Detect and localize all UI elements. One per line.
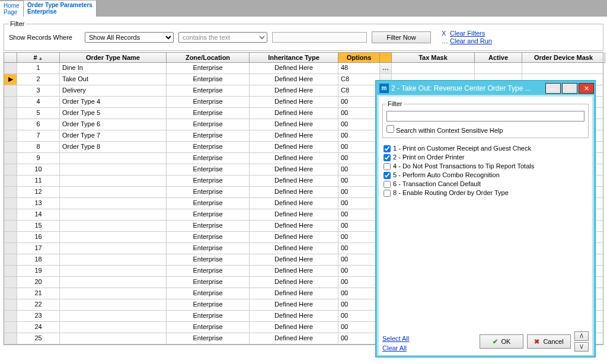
maximize-button[interactable]: □ [562, 83, 577, 94]
option-label: 4 - Do Not Post Transactions to Tip Repo… [393, 162, 534, 171]
cell-name[interactable]: Order Type 4 [60, 97, 167, 108]
ok-button[interactable]: ✔ OK [480, 334, 523, 349]
row-indicator [4, 333, 17, 344]
dialog-search-input[interactable] [386, 111, 584, 122]
option-item[interactable]: 4 - Do Not Post Transactions to Tip Repo… [384, 162, 587, 171]
cell-name[interactable] [60, 288, 167, 299]
col-tax[interactable]: Tax Mask [392, 53, 475, 63]
cell-num: 17 [17, 243, 60, 254]
tab-home[interactable]: Home Page [0, 1, 24, 17]
table-row[interactable]: 1Dine InEnterpriseDefined Here48… [4, 63, 603, 74]
col-num[interactable]: #▲ [17, 53, 60, 63]
move-up-button[interactable]: /\ [574, 331, 589, 341]
cell-name[interactable]: Order Type 7 [60, 130, 167, 142]
option-checkbox[interactable] [384, 163, 391, 170]
tab-active[interactable]: Order Type Parameters Enterprise [24, 1, 97, 17]
cell-name[interactable] [60, 153, 167, 164]
cell-name[interactable] [60, 209, 167, 221]
cell-zone: Enterprise [167, 266, 250, 277]
clear-and-run-link[interactable]: …Clear and Run [442, 37, 492, 44]
cell-inherit: Defined Here [250, 243, 338, 254]
tab-active-l2: Enterprise [27, 8, 56, 15]
cell-name[interactable] [60, 198, 167, 209]
cell-name[interactable] [60, 232, 167, 243]
row-indicator [4, 209, 17, 221]
cell-options: 00 [338, 266, 380, 277]
cell-zone: Enterprise [167, 175, 250, 187]
row-indicator [4, 142, 17, 153]
option-checkbox[interactable] [384, 145, 391, 152]
cell-options: 48 [338, 63, 380, 74]
option-checkbox[interactable] [384, 154, 391, 161]
cell-num: 24 [17, 322, 60, 333]
cell-name[interactable]: Order Type 5 [60, 108, 167, 119]
minimize-button[interactable]: — [545, 83, 561, 94]
cell-name[interactable] [60, 311, 167, 322]
cell-name[interactable] [60, 266, 167, 277]
cell-zone: Enterprise [167, 288, 250, 299]
cell-name[interactable] [60, 277, 167, 288]
cancel-label: Cancel [543, 338, 563, 345]
cell-name[interactable]: Order Type 6 [60, 119, 167, 130]
col-options[interactable]: Options [338, 53, 380, 63]
cell-name[interactable] [60, 322, 167, 333]
option-item[interactable]: 1 - Print on Customer Receipt and Guest … [384, 144, 587, 153]
move-down-button[interactable]: \/ [574, 342, 589, 352]
cell-num: 25 [17, 333, 60, 344]
row-indicator [4, 187, 17, 198]
option-checkbox[interactable] [384, 172, 391, 179]
close-button[interactable]: ✕ [579, 83, 594, 94]
option-checkbox[interactable] [384, 190, 391, 197]
cell-inherit: Defined Here [250, 299, 338, 311]
filter-value-input[interactable] [272, 32, 367, 43]
cell-name[interactable] [60, 175, 167, 187]
cell-zone: Enterprise [167, 243, 250, 254]
col-active[interactable]: Active [475, 53, 522, 63]
option-item[interactable]: 5 - Perform Auto Combo Recognition [384, 171, 587, 180]
cell-name[interactable]: Dine In [60, 63, 167, 74]
col-device[interactable]: Order Device Mask [522, 53, 605, 63]
clear-all-link[interactable]: Clear All [382, 344, 409, 352]
row-indicator [4, 63, 17, 74]
cell-options: 00 [338, 119, 380, 130]
cell-zone: Enterprise [167, 130, 250, 142]
cell-name[interactable] [60, 221, 167, 232]
filter-now-button[interactable]: Filter Now [372, 31, 431, 43]
cell-name[interactable]: Take Out [60, 74, 167, 85]
cell-num: 12 [17, 187, 60, 198]
cell-options: 00 [338, 209, 380, 221]
cell-zone: Enterprise [167, 322, 250, 333]
cell-name[interactable] [60, 299, 167, 311]
cell-options: 00 [338, 187, 380, 198]
cell-options: 00 [338, 130, 380, 142]
col-zone[interactable]: Zone/Location [167, 53, 250, 63]
dialog-titlebar[interactable]: m 2 - Take Out: Revenue Center Order Typ… [377, 82, 594, 95]
cell-zone: Enterprise [167, 142, 250, 153]
row-indicator [4, 288, 17, 299]
col-name[interactable]: Order Type Name [60, 53, 167, 63]
option-item[interactable]: 2 - Print on Order Printer [384, 153, 587, 162]
cell-name[interactable] [60, 243, 167, 254]
cell-name[interactable] [60, 187, 167, 198]
cell-num: 7 [17, 130, 60, 142]
filter-field-select[interactable]: Show All Records [85, 32, 174, 43]
select-all-link[interactable]: Select All [382, 335, 409, 342]
search-context-checkbox[interactable] [386, 125, 394, 133]
cell-device [522, 63, 603, 74]
clear-filters-link[interactable]: XClear Filters [442, 30, 492, 37]
cell-options: 00 [338, 108, 380, 119]
option-item[interactable]: 8 - Enable Routing Order by Order Type [384, 189, 587, 197]
filter-op-select[interactable]: contains the text [178, 32, 267, 43]
option-checkbox[interactable] [384, 181, 391, 188]
cell-name[interactable]: Order Type 8 [60, 142, 167, 153]
option-item[interactable]: 6 - Transaction Cancel Default [384, 180, 587, 189]
dialog-filter: Filter Search within Context Sensitive H… [382, 100, 589, 138]
options-edit-button[interactable]: … [380, 63, 392, 74]
cell-name[interactable] [60, 254, 167, 266]
cell-options: 00 [338, 221, 380, 232]
cancel-button[interactable]: ✖ Cancel [527, 334, 571, 349]
col-inherit[interactable]: Inheritance Type [250, 53, 338, 63]
cell-name[interactable]: Delivery [60, 85, 167, 97]
cell-name[interactable] [60, 164, 167, 175]
cell-name[interactable] [60, 333, 167, 344]
